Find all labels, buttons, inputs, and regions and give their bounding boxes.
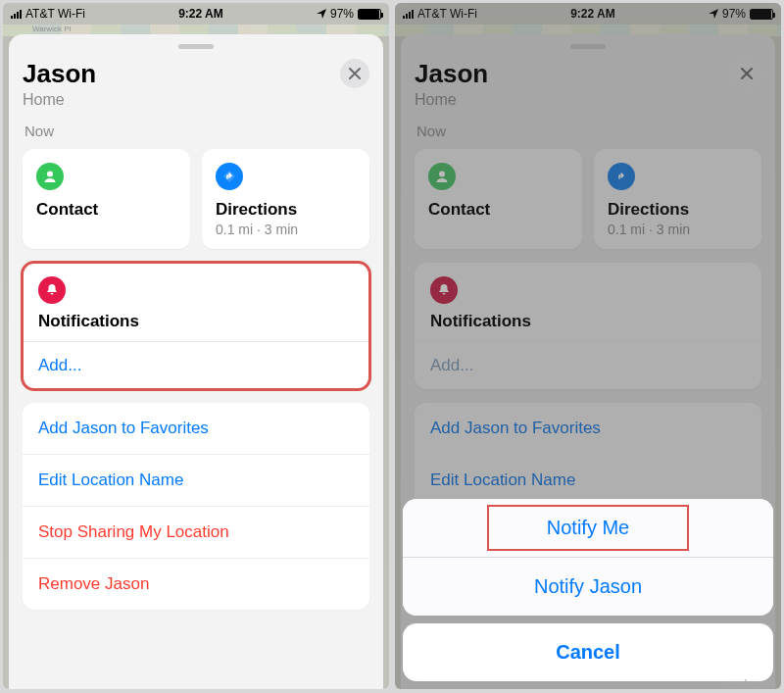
signal-icon xyxy=(11,9,22,19)
directions-tile-meta: 0.1 mi · 3 min xyxy=(216,222,356,237)
battery-pct: 97% xyxy=(330,7,354,21)
edit-location-name-button[interactable]: Edit Location Name xyxy=(23,455,369,507)
close-button[interactable] xyxy=(340,59,369,88)
action-list: Add Jason to Favorites Edit Location Nam… xyxy=(23,403,369,610)
directions-tile-label: Directions xyxy=(216,200,356,220)
bell-icon xyxy=(38,276,66,304)
action-sheet-overlay[interactable]: Notify Me Notify Jason Cancel xyxy=(395,3,781,689)
close-icon xyxy=(349,68,361,79)
contact-tile-label: Contact xyxy=(36,200,176,220)
battery-icon xyxy=(358,9,381,20)
stop-sharing-location-button[interactable]: Stop Sharing My Location xyxy=(23,507,369,559)
contact-tile[interactable]: Contact xyxy=(23,149,190,249)
add-to-favorites-button[interactable]: Add Jason to Favorites xyxy=(23,403,369,455)
cancel-button[interactable]: Cancel xyxy=(403,623,773,681)
clock: 9:22 AM xyxy=(178,7,223,21)
watermark: wsxdn.com xyxy=(722,677,776,689)
phone-screenshot-right: AT&T Wi-Fi 9:22 AM 97% Jason Home xyxy=(395,3,781,689)
location-label: Home xyxy=(23,91,96,109)
notifications-card-label: Notifications xyxy=(38,312,354,331)
notifications-card: Notifications Add... xyxy=(23,263,369,389)
person-detail-sheet: Jason Home Now Contact xyxy=(9,34,383,689)
notify-person-button[interactable]: Notify Jason xyxy=(403,558,773,616)
contact-icon xyxy=(36,163,64,190)
carrier-label: AT&T Wi-Fi xyxy=(25,7,85,21)
person-name: Jason xyxy=(23,59,96,89)
directions-icon xyxy=(216,163,243,190)
action-sheet: Notify Me Notify Jason xyxy=(403,499,773,616)
timestamp-label: Now xyxy=(24,123,369,139)
notify-me-button[interactable]: Notify Me xyxy=(403,499,773,558)
phone-screenshot-left: AT&T Wi-Fi 9:22 AM 97% Warwick Pl Jason … xyxy=(3,3,389,689)
remove-person-button[interactable]: Remove Jason xyxy=(23,559,369,610)
svg-point-0 xyxy=(47,172,53,177)
notifications-add-button[interactable]: Add... xyxy=(23,342,369,389)
sheet-grabber[interactable] xyxy=(178,44,214,49)
directions-tile[interactable]: Directions 0.1 mi · 3 min xyxy=(202,149,369,249)
location-arrow-icon xyxy=(317,9,326,19)
status-bar: AT&T Wi-Fi 9:22 AM 97% xyxy=(3,3,389,25)
